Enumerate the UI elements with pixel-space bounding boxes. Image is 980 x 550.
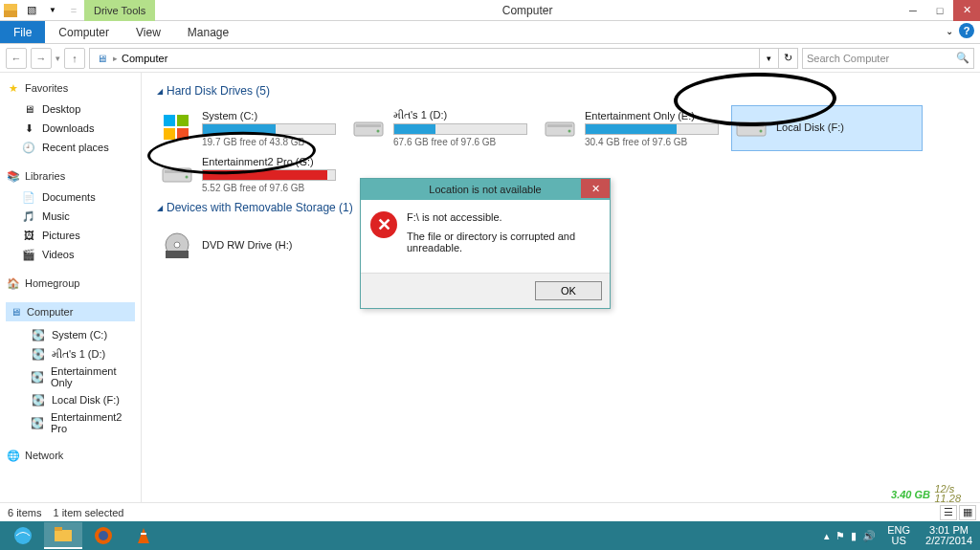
- drive-free-text: 5.52 GB free of 97.6 GB: [202, 183, 345, 193]
- titlebar: ▧ ▼ = Drive Tools Computer ─ □ ✕: [0, 0, 980, 21]
- search-input[interactable]: Search Computer 🔍: [802, 48, 974, 69]
- netmeter-value: 3.40 GB: [891, 489, 930, 500]
- qat-properties-icon[interactable]: ▧: [21, 0, 42, 21]
- svg-marker-26: [138, 528, 149, 543]
- taskbar-explorer[interactable]: [44, 522, 82, 549]
- drive-item-1[interactable]: મીત's 1 (D:) 67.6 GB free of 97.6 GB: [348, 105, 540, 151]
- view-details-button[interactable]: ☰: [940, 505, 957, 520]
- sidebar-item-drive-f[interactable]: 💽Local Disk (F:): [6, 390, 135, 409]
- ribbon-expand-icon[interactable]: ⌄: [946, 26, 953, 36]
- sidebar-item-videos[interactable]: 🎬Videos: [6, 245, 135, 264]
- dialog-body: ✕ F:\ is not accessible. The file or dir…: [361, 200, 610, 273]
- sidebar-libraries-header[interactable]: 📚Libraries: [6, 168, 135, 184]
- sidebar-item-documents[interactable]: 📄Documents: [6, 187, 135, 207]
- close-button[interactable]: ✕: [953, 0, 980, 21]
- homegroup-icon: 🏠: [6, 275, 21, 291]
- sidebar-item-drive-c[interactable]: 💽System (C:): [6, 325, 135, 344]
- drive-item-2[interactable]: Entertainment Only (E:) 30.4 GB free of …: [540, 105, 731, 151]
- drive-name: Entertainment2 Pro (G:): [202, 156, 345, 167]
- drive-item-0[interactable]: System (C:) 19.7 GB free of 43.8 GB: [157, 105, 348, 151]
- quick-access-toolbar: ▧ ▼ =: [0, 0, 84, 21]
- sidebar-item-label: Videos: [42, 249, 74, 260]
- svg-point-25: [99, 531, 108, 540]
- removable-item-0[interactable]: DVD RW Drive (H:): [157, 222, 348, 268]
- tab-file[interactable]: File: [0, 21, 45, 43]
- tab-computer[interactable]: Computer: [45, 21, 122, 43]
- taskbar-firefox[interactable]: [84, 522, 122, 549]
- drive-free-text: 30.4 GB free of 97.6 GB: [585, 137, 728, 147]
- help-icon[interactable]: ?: [959, 23, 974, 38]
- tab-view[interactable]: View: [122, 21, 174, 43]
- dialog-ok-button[interactable]: OK: [535, 281, 602, 300]
- nav-bar: ← → ▾ ↑ 🖥 ▸ Computer ▾ ↻ Search Computer…: [0, 44, 980, 73]
- sidebar-item-label: Documents: [42, 191, 96, 203]
- dialog-close-button[interactable]: ✕: [581, 179, 610, 198]
- nav-up-button[interactable]: ↑: [64, 48, 85, 69]
- svg-point-11: [568, 130, 571, 133]
- error-icon: ✕: [370, 211, 397, 238]
- nav-forward-button[interactable]: →: [31, 48, 52, 69]
- drive-item-4[interactable]: Entertainment2 Pro (G:) 5.52 GB free of …: [157, 151, 348, 197]
- taskbar: ▴ ⚑ ▮ 🔊 ENGUS 3:01 PM2/27/2014: [0, 521, 980, 550]
- sidebar-favorites-header[interactable]: ★Favorites: [6, 80, 135, 96]
- disk-icon: [734, 111, 768, 145]
- tab-manage[interactable]: Manage: [174, 21, 242, 43]
- section-hdd-header[interactable]: Hard Disk Drives (5): [157, 84, 965, 98]
- svg-rect-1: [4, 11, 17, 17]
- window-controls: ─ □ ✕: [900, 0, 980, 21]
- drive-item-3[interactable]: Local Disk (F:): [731, 105, 923, 151]
- minimize-button[interactable]: ─: [900, 0, 926, 21]
- drive-free-text: 19.7 GB free of 43.8 GB: [202, 137, 345, 147]
- nav-history-dropdown[interactable]: ▾: [56, 54, 60, 63]
- tray-flag-icon[interactable]: ⚑: [835, 530, 845, 542]
- tray-clock[interactable]: 3:01 PM2/27/2014: [922, 525, 976, 546]
- sidebar-item-pictures[interactable]: 🖼Pictures: [6, 226, 135, 245]
- computer-icon: 🖥: [94, 51, 109, 66]
- sidebar-item-music[interactable]: 🎵Music: [6, 207, 135, 226]
- disk-icon: 💽: [31, 415, 45, 430]
- view-tiles-button[interactable]: ▦: [959, 505, 976, 520]
- sidebar-network-label: Network: [25, 450, 63, 461]
- breadcrumb-dropdown-icon[interactable]: ▾: [759, 49, 778, 68]
- tray-network-icon[interactable]: ▮: [851, 530, 857, 542]
- svg-point-17: [186, 176, 189, 179]
- qat-separator: =: [63, 0, 84, 21]
- documents-icon: 📄: [21, 189, 36, 205]
- sidebar-item-drive-d[interactable]: 💽મીત's 1 (D:): [6, 344, 135, 363]
- drive-usage-bar: [585, 123, 719, 135]
- dialog-titlebar[interactable]: Location is not available ✕: [361, 179, 610, 200]
- sidebar-item-drive-e[interactable]: 💽Entertainment Only: [6, 363, 135, 390]
- nav-pane: ★Favorites 🖥Desktop ⬇Downloads 🕘Recent p…: [0, 73, 142, 502]
- window-title: Computer: [155, 4, 900, 17]
- sidebar-computer-header[interactable]: 🖥Computer: [6, 302, 135, 321]
- breadcrumb[interactable]: 🖥 ▸ Computer ▾ ↻: [89, 48, 798, 69]
- contextual-tab-drive-tools: Drive Tools: [84, 0, 155, 21]
- dvd-icon: [160, 228, 194, 262]
- videos-icon: 🎬: [21, 247, 36, 262]
- maximize-button[interactable]: □: [926, 0, 953, 21]
- sidebar-item-recent[interactable]: 🕘Recent places: [6, 138, 135, 157]
- drive-usage-bar: [393, 123, 527, 135]
- search-icon: 🔍: [956, 52, 969, 64]
- nav-back-button[interactable]: ←: [6, 48, 27, 69]
- disk-icon: 💽: [31, 392, 46, 407]
- tray-volume-icon[interactable]: 🔊: [862, 530, 876, 542]
- sidebar-item-downloads[interactable]: ⬇Downloads: [6, 119, 135, 138]
- breadcrumb-refresh-icon[interactable]: ↻: [778, 49, 797, 68]
- tray-lang2: US: [892, 535, 906, 546]
- sidebar-item-label: Music: [42, 210, 70, 222]
- taskbar-ie[interactable]: [4, 522, 42, 549]
- sidebar-item-label: Recent places: [42, 142, 109, 153]
- taskbar-vlc[interactable]: [124, 522, 163, 549]
- dialog-message-1: F:\ is not accessible.: [407, 211, 600, 223]
- qat-dropdown-icon[interactable]: ▼: [42, 0, 63, 21]
- svg-rect-5: [177, 128, 189, 140]
- breadcrumb-sep-icon: ▸: [113, 54, 118, 63]
- tray-show-hidden-icon[interactable]: ▴: [824, 530, 830, 542]
- sidebar-item-desktop[interactable]: 🖥Desktop: [6, 99, 135, 119]
- sidebar-homegroup-header[interactable]: 🏠Homegroup: [6, 275, 135, 291]
- sidebar-network-header[interactable]: 🌐Network: [6, 448, 135, 463]
- sidebar-item-drive-g[interactable]: 💽Entertainment2 Pro: [6, 409, 135, 436]
- tray-language[interactable]: ENGUS: [883, 525, 914, 546]
- drive-name: DVD RW Drive (H:): [202, 239, 345, 251]
